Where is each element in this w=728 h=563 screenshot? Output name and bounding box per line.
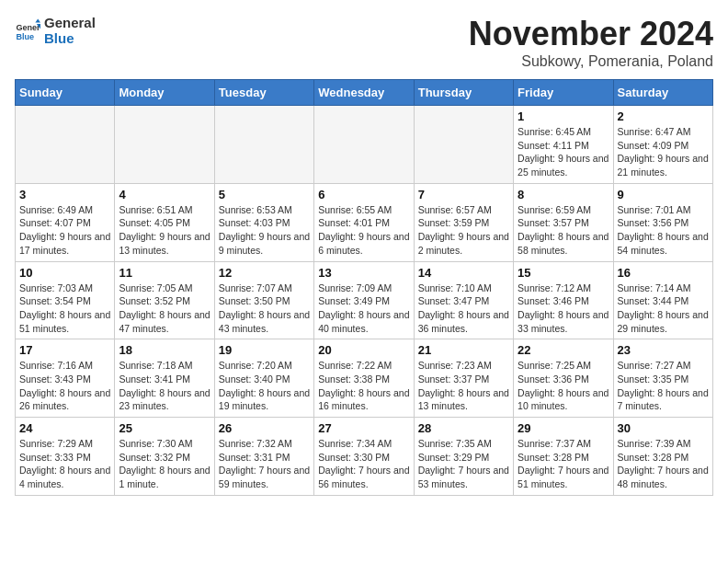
- calendar-header-row: SundayMondayTuesdayWednesdayThursdayFrid…: [16, 80, 713, 106]
- calendar-cell: 15Sunrise: 7:12 AMSunset: 3:46 PMDayligh…: [514, 261, 613, 339]
- calendar-cell: 25Sunrise: 7:30 AMSunset: 3:32 PMDayligh…: [115, 418, 214, 496]
- day-info: Sunrise: 7:16 AMSunset: 3:43 PMDaylight:…: [19, 359, 110, 413]
- calendar-cell: 1Sunrise: 6:45 AMSunset: 4:11 PMDaylight…: [514, 106, 613, 184]
- day-number: 16: [618, 266, 709, 280]
- day-info: Sunrise: 7:14 AMSunset: 3:44 PMDaylight:…: [618, 282, 709, 336]
- day-number: 1: [518, 109, 609, 123]
- calendar-cell: 30Sunrise: 7:39 AMSunset: 3:28 PMDayligh…: [613, 418, 712, 496]
- day-info: Sunrise: 7:37 AMSunset: 3:28 PMDaylight:…: [518, 437, 609, 491]
- calendar-cell: [214, 106, 313, 184]
- calendar-cell: 26Sunrise: 7:32 AMSunset: 3:31 PMDayligh…: [214, 418, 313, 496]
- calendar-cell: [115, 106, 214, 184]
- day-number: 18: [119, 343, 210, 357]
- day-info: Sunrise: 7:22 AMSunset: 3:38 PMDaylight:…: [318, 359, 409, 413]
- day-number: 5: [219, 188, 310, 201]
- day-info: Sunrise: 7:25 AMSunset: 3:36 PMDaylight:…: [518, 359, 609, 413]
- header-saturday: Saturday: [613, 80, 712, 106]
- calendar-cell: 17Sunrise: 7:16 AMSunset: 3:43 PMDayligh…: [16, 339, 115, 418]
- calendar-cell: 27Sunrise: 7:34 AMSunset: 3:30 PMDayligh…: [314, 418, 414, 496]
- day-number: 2: [618, 109, 709, 123]
- header-tuesday: Tuesday: [214, 80, 313, 106]
- day-number: 15: [518, 266, 609, 280]
- day-info: Sunrise: 7:05 AMSunset: 3:52 PMDaylight:…: [119, 282, 210, 336]
- calendar-cell: 20Sunrise: 7:22 AMSunset: 3:38 PMDayligh…: [314, 339, 414, 418]
- calendar-cell: 24Sunrise: 7:29 AMSunset: 3:33 PMDayligh…: [16, 418, 115, 496]
- calendar-week-4: 17Sunrise: 7:16 AMSunset: 3:43 PMDayligh…: [16, 339, 713, 418]
- day-number: 27: [318, 421, 409, 435]
- calendar-week-5: 24Sunrise: 7:29 AMSunset: 3:33 PMDayligh…: [16, 418, 713, 496]
- day-info: Sunrise: 6:59 AMSunset: 3:57 PMDaylight:…: [518, 203, 609, 258]
- calendar-cell: 5Sunrise: 6:53 AMSunset: 4:03 PMDaylight…: [214, 183, 313, 261]
- day-number: 9: [618, 188, 709, 201]
- day-info: Sunrise: 7:23 AMSunset: 3:37 PMDaylight:…: [418, 359, 509, 413]
- day-info: Sunrise: 7:35 AMSunset: 3:29 PMDaylight:…: [418, 437, 509, 491]
- logo-blue-text: Blue: [44, 30, 96, 46]
- day-number: 14: [418, 266, 509, 280]
- day-number: 11: [119, 266, 210, 280]
- calendar-cell: 12Sunrise: 7:07 AMSunset: 3:50 PMDayligh…: [214, 261, 313, 339]
- day-number: 30: [618, 421, 709, 435]
- calendar-cell: 10Sunrise: 7:03 AMSunset: 3:54 PMDayligh…: [16, 261, 115, 339]
- day-info: Sunrise: 6:47 AMSunset: 4:09 PMDaylight:…: [618, 125, 709, 179]
- logo-general-text: General: [44, 15, 96, 30]
- calendar-cell: 22Sunrise: 7:25 AMSunset: 3:36 PMDayligh…: [514, 339, 613, 418]
- day-info: Sunrise: 7:03 AMSunset: 3:54 PMDaylight:…: [19, 282, 110, 336]
- calendar-cell: 7Sunrise: 6:57 AMSunset: 3:59 PMDaylight…: [414, 183, 513, 261]
- header-thursday: Thursday: [414, 80, 513, 106]
- calendar-cell: 9Sunrise: 7:01 AMSunset: 3:56 PMDaylight…: [613, 183, 712, 261]
- calendar-cell: 2Sunrise: 6:47 AMSunset: 4:09 PMDaylight…: [613, 106, 712, 184]
- header: General Blue General Blue November 2024 …: [15, 15, 713, 70]
- month-title: November 2024: [469, 15, 713, 53]
- day-info: Sunrise: 7:30 AMSunset: 3:32 PMDaylight:…: [119, 437, 210, 491]
- day-number: 12: [219, 266, 310, 280]
- day-number: 26: [219, 421, 310, 435]
- day-number: 19: [219, 343, 310, 357]
- day-number: 29: [518, 421, 609, 435]
- calendar-cell: 8Sunrise: 6:59 AMSunset: 3:57 PMDaylight…: [514, 183, 613, 261]
- day-number: 8: [518, 188, 609, 201]
- header-friday: Friday: [514, 80, 613, 106]
- day-info: Sunrise: 7:34 AMSunset: 3:30 PMDaylight:…: [318, 437, 409, 491]
- subtitle: Subkowy, Pomerania, Poland: [469, 53, 713, 70]
- day-info: Sunrise: 6:49 AMSunset: 4:07 PMDaylight:…: [19, 203, 110, 258]
- svg-text:Blue: Blue: [16, 32, 34, 41]
- day-info: Sunrise: 7:10 AMSunset: 3:47 PMDaylight:…: [418, 282, 509, 336]
- svg-marker-2: [35, 18, 40, 22]
- calendar-cell: 4Sunrise: 6:51 AMSunset: 4:05 PMDaylight…: [115, 183, 214, 261]
- calendar: SundayMondayTuesdayWednesdayThursdayFrid…: [15, 79, 713, 496]
- calendar-week-2: 3Sunrise: 6:49 AMSunset: 4:07 PMDaylight…: [16, 183, 713, 261]
- day-number: 13: [318, 266, 409, 280]
- day-number: 17: [19, 343, 110, 357]
- day-info: Sunrise: 7:27 AMSunset: 3:35 PMDaylight:…: [618, 359, 709, 413]
- day-number: 3: [19, 188, 110, 201]
- day-info: Sunrise: 7:07 AMSunset: 3:50 PMDaylight:…: [219, 282, 310, 336]
- calendar-cell: 6Sunrise: 6:55 AMSunset: 4:01 PMDaylight…: [314, 183, 414, 261]
- day-number: 6: [318, 188, 409, 201]
- svg-text:General: General: [16, 23, 40, 32]
- day-info: Sunrise: 7:29 AMSunset: 3:33 PMDaylight:…: [19, 437, 110, 491]
- calendar-cell: 21Sunrise: 7:23 AMSunset: 3:37 PMDayligh…: [414, 339, 513, 418]
- day-info: Sunrise: 6:51 AMSunset: 4:05 PMDaylight:…: [119, 203, 210, 258]
- day-info: Sunrise: 7:01 AMSunset: 3:56 PMDaylight:…: [618, 203, 709, 258]
- calendar-cell: [16, 106, 115, 184]
- day-number: 20: [318, 343, 409, 357]
- day-number: 25: [119, 421, 210, 435]
- calendar-week-1: 1Sunrise: 6:45 AMSunset: 4:11 PMDaylight…: [16, 106, 713, 184]
- day-info: Sunrise: 6:45 AMSunset: 4:11 PMDaylight:…: [518, 125, 609, 179]
- header-wednesday: Wednesday: [314, 80, 414, 106]
- calendar-cell: 11Sunrise: 7:05 AMSunset: 3:52 PMDayligh…: [115, 261, 214, 339]
- day-number: 23: [618, 343, 709, 357]
- day-info: Sunrise: 7:12 AMSunset: 3:46 PMDaylight:…: [518, 282, 609, 336]
- calendar-cell: 23Sunrise: 7:27 AMSunset: 3:35 PMDayligh…: [613, 339, 712, 418]
- calendar-week-3: 10Sunrise: 7:03 AMSunset: 3:54 PMDayligh…: [16, 261, 713, 339]
- logo-icon: General Blue: [15, 17, 40, 43]
- day-number: 4: [119, 188, 210, 201]
- logo: General Blue General Blue: [15, 15, 96, 46]
- calendar-cell: 18Sunrise: 7:18 AMSunset: 3:41 PMDayligh…: [115, 339, 214, 418]
- day-info: Sunrise: 6:55 AMSunset: 4:01 PMDaylight:…: [318, 203, 409, 258]
- day-info: Sunrise: 6:57 AMSunset: 3:59 PMDaylight:…: [418, 203, 509, 258]
- day-info: Sunrise: 7:20 AMSunset: 3:40 PMDaylight:…: [219, 359, 310, 413]
- header-monday: Monday: [115, 80, 214, 106]
- day-info: Sunrise: 6:53 AMSunset: 4:03 PMDaylight:…: [219, 203, 310, 258]
- title-section: November 2024 Subkowy, Pomerania, Poland: [469, 15, 713, 70]
